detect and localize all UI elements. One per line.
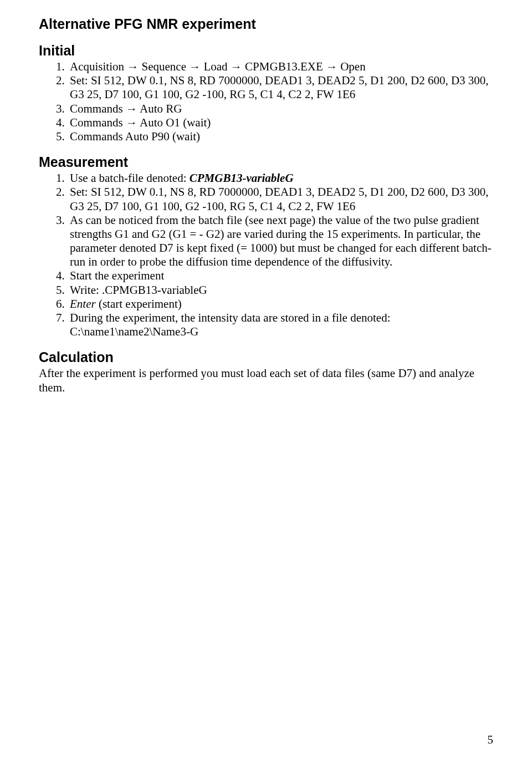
heading-measurement: Measurement — [39, 154, 493, 170]
enter-command: Enter — [70, 297, 96, 310]
list-item: Write: .CPMGB13-variableG — [68, 283, 493, 297]
list-item: Start the experiment — [68, 269, 493, 283]
heading-initial: Initial — [39, 42, 493, 59]
calculation-body: After the experiment is performed you mu… — [39, 366, 493, 394]
list-item: As can be noticed from the batch file (s… — [68, 213, 493, 269]
list-item: Set: SI 512, DW 0.1, NS 8, RD 7000000, D… — [68, 74, 493, 101]
text: (start experiment) — [96, 297, 182, 310]
list-item: During the experiment, the intensity dat… — [68, 311, 493, 339]
list-item: Use a batch-file denoted: CPMGB13-variab… — [68, 171, 493, 185]
list-item: Set: SI 512, DW 0.1, NS 8, RD 7000000, D… — [68, 185, 493, 213]
heading-calculation: Calculation — [39, 349, 493, 365]
list-measurement: Use a batch-file denoted: CPMGB13-variab… — [39, 171, 493, 339]
page-title: Alternative PFG NMR experiment — [39, 16, 493, 32]
list-item: Enter (start experiment) — [68, 297, 493, 311]
batch-file-name: CPMGB13-variableG — [190, 171, 294, 185]
list-item: Commands → Auto O1 (wait) — [68, 116, 493, 130]
text: Use a batch-file denoted: — [70, 171, 190, 185]
list-item: Commands → Auto RG — [68, 102, 493, 116]
list-item: Acquisition → Sequence → Load → CPMGB13.… — [68, 60, 493, 74]
list-initial: Acquisition → Sequence → Load → CPMGB13.… — [39, 60, 493, 144]
list-item: Commands Auto P90 (wait) — [68, 130, 493, 144]
page-number: 5 — [488, 733, 494, 747]
